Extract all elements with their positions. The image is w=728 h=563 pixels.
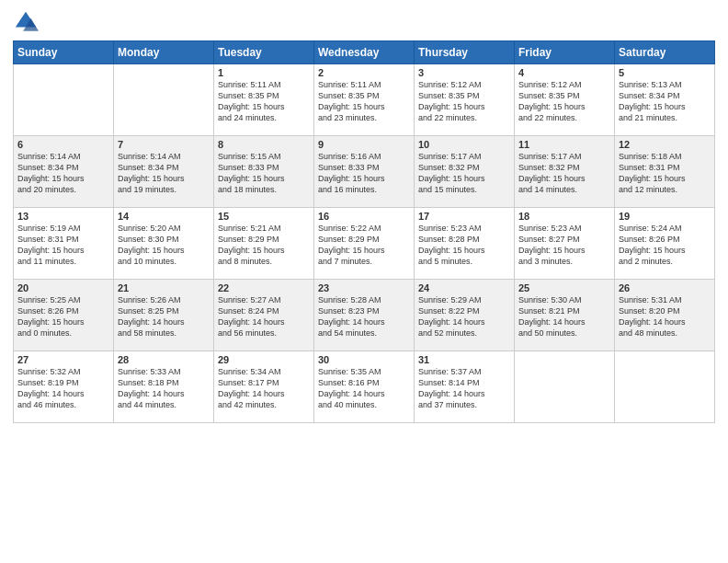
- day-number: 10: [418, 139, 510, 150]
- calendar-table: SundayMondayTuesdayWednesdayThursdayFrid…: [13, 40, 715, 423]
- day-detail: Sunrise: 5:23 AM Sunset: 8:28 PM Dayligh…: [418, 223, 510, 268]
- day-detail: Sunrise: 5:24 AM Sunset: 8:26 PM Dayligh…: [619, 223, 711, 268]
- week-row-2: 6Sunrise: 5:14 AM Sunset: 8:34 PM Daylig…: [14, 136, 715, 208]
- calendar-cell: [14, 64, 114, 136]
- day-number: 22: [218, 282, 310, 293]
- day-detail: Sunrise: 5:11 AM Sunset: 8:35 PM Dayligh…: [318, 79, 410, 124]
- day-detail: Sunrise: 5:14 AM Sunset: 8:34 PM Dayligh…: [118, 151, 210, 196]
- calendar-cell: 24Sunrise: 5:29 AM Sunset: 8:22 PM Dayli…: [415, 280, 515, 351]
- calendar-cell: 16Sunrise: 5:22 AM Sunset: 8:29 PM Dayli…: [314, 208, 415, 280]
- calendar-cell: 28Sunrise: 5:33 AM Sunset: 8:18 PM Dayli…: [114, 351, 214, 423]
- day-number: 29: [218, 354, 310, 365]
- day-number: 8: [218, 139, 310, 150]
- day-number: 17: [418, 211, 510, 222]
- day-number: 20: [17, 282, 109, 293]
- calendar-cell: 19Sunrise: 5:24 AM Sunset: 8:26 PM Dayli…: [615, 208, 715, 280]
- day-number: 11: [518, 139, 610, 150]
- calendar-cell: [114, 64, 214, 136]
- day-detail: Sunrise: 5:17 AM Sunset: 8:32 PM Dayligh…: [418, 151, 510, 196]
- day-detail: Sunrise: 5:31 AM Sunset: 8:20 PM Dayligh…: [619, 294, 711, 339]
- calendar-cell: 31Sunrise: 5:37 AM Sunset: 8:14 PM Dayli…: [415, 351, 515, 423]
- calendar-cell: 17Sunrise: 5:23 AM Sunset: 8:28 PM Dayli…: [415, 208, 515, 280]
- week-row-4: 20Sunrise: 5:25 AM Sunset: 8:26 PM Dayli…: [14, 280, 715, 351]
- day-number: 15: [218, 211, 310, 222]
- day-detail: Sunrise: 5:13 AM Sunset: 8:34 PM Dayligh…: [619, 79, 711, 124]
- calendar-cell: 3Sunrise: 5:12 AM Sunset: 8:35 PM Daylig…: [415, 64, 515, 136]
- logo-icon: [13, 9, 39, 35]
- day-number: 27: [17, 354, 109, 365]
- day-detail: Sunrise: 5:37 AM Sunset: 8:14 PM Dayligh…: [418, 366, 510, 411]
- calendar-cell: 7Sunrise: 5:14 AM Sunset: 8:34 PM Daylig…: [114, 136, 214, 208]
- day-detail: Sunrise: 5:25 AM Sunset: 8:26 PM Dayligh…: [17, 294, 109, 339]
- day-detail: Sunrise: 5:23 AM Sunset: 8:27 PM Dayligh…: [518, 223, 610, 268]
- calendar-cell: 26Sunrise: 5:31 AM Sunset: 8:20 PM Dayli…: [615, 280, 715, 351]
- header: [13, 9, 715, 35]
- calendar-cell: 20Sunrise: 5:25 AM Sunset: 8:26 PM Dayli…: [14, 280, 114, 351]
- calendar-cell: 4Sunrise: 5:12 AM Sunset: 8:35 PM Daylig…: [515, 64, 615, 136]
- calendar-cell: 29Sunrise: 5:34 AM Sunset: 8:17 PM Dayli…: [214, 351, 314, 423]
- day-detail: Sunrise: 5:21 AM Sunset: 8:29 PM Dayligh…: [218, 223, 310, 268]
- day-number: 7: [118, 139, 210, 150]
- calendar-cell: 14Sunrise: 5:20 AM Sunset: 8:30 PM Dayli…: [114, 208, 214, 280]
- day-detail: Sunrise: 5:26 AM Sunset: 8:25 PM Dayligh…: [118, 294, 210, 339]
- day-detail: Sunrise: 5:19 AM Sunset: 8:31 PM Dayligh…: [17, 223, 109, 268]
- week-row-5: 27Sunrise: 5:32 AM Sunset: 8:19 PM Dayli…: [14, 351, 715, 423]
- calendar-cell: 8Sunrise: 5:15 AM Sunset: 8:33 PM Daylig…: [214, 136, 314, 208]
- calendar-cell: 9Sunrise: 5:16 AM Sunset: 8:33 PM Daylig…: [314, 136, 415, 208]
- column-header-sunday: Sunday: [14, 41, 114, 64]
- day-detail: Sunrise: 5:16 AM Sunset: 8:33 PM Dayligh…: [318, 151, 410, 196]
- day-detail: Sunrise: 5:12 AM Sunset: 8:35 PM Dayligh…: [518, 79, 610, 124]
- day-number: 31: [418, 354, 510, 365]
- calendar-cell: 10Sunrise: 5:17 AM Sunset: 8:32 PM Dayli…: [415, 136, 515, 208]
- day-number: 18: [518, 211, 610, 222]
- day-detail: Sunrise: 5:28 AM Sunset: 8:23 PM Dayligh…: [318, 294, 410, 339]
- day-detail: Sunrise: 5:33 AM Sunset: 8:18 PM Dayligh…: [118, 366, 210, 411]
- calendar-cell: 25Sunrise: 5:30 AM Sunset: 8:21 PM Dayli…: [515, 280, 615, 351]
- day-detail: Sunrise: 5:29 AM Sunset: 8:22 PM Dayligh…: [418, 294, 510, 339]
- day-number: 19: [619, 211, 711, 222]
- calendar-cell: 12Sunrise: 5:18 AM Sunset: 8:31 PM Dayli…: [615, 136, 715, 208]
- day-number: 4: [518, 67, 610, 78]
- calendar-cell: 5Sunrise: 5:13 AM Sunset: 8:34 PM Daylig…: [615, 64, 715, 136]
- calendar-cell: 1Sunrise: 5:11 AM Sunset: 8:35 PM Daylig…: [214, 64, 314, 136]
- day-detail: Sunrise: 5:34 AM Sunset: 8:17 PM Dayligh…: [218, 366, 310, 411]
- calendar-cell: 6Sunrise: 5:14 AM Sunset: 8:34 PM Daylig…: [14, 136, 114, 208]
- day-detail: Sunrise: 5:20 AM Sunset: 8:30 PM Dayligh…: [118, 223, 210, 268]
- day-number: 3: [418, 67, 510, 78]
- logo: [13, 9, 42, 35]
- calendar-cell: 23Sunrise: 5:28 AM Sunset: 8:23 PM Dayli…: [314, 280, 415, 351]
- week-row-1: 1Sunrise: 5:11 AM Sunset: 8:35 PM Daylig…: [14, 64, 715, 136]
- day-number: 25: [518, 282, 610, 293]
- calendar-cell: 2Sunrise: 5:11 AM Sunset: 8:35 PM Daylig…: [314, 64, 415, 136]
- day-detail: Sunrise: 5:12 AM Sunset: 8:35 PM Dayligh…: [418, 79, 510, 124]
- day-number: 24: [418, 282, 510, 293]
- day-number: 2: [318, 67, 410, 78]
- day-number: 21: [118, 282, 210, 293]
- day-detail: Sunrise: 5:30 AM Sunset: 8:21 PM Dayligh…: [518, 294, 610, 339]
- day-number: 23: [318, 282, 410, 293]
- week-row-3: 13Sunrise: 5:19 AM Sunset: 8:31 PM Dayli…: [14, 208, 715, 280]
- day-detail: Sunrise: 5:17 AM Sunset: 8:32 PM Dayligh…: [518, 151, 610, 196]
- day-detail: Sunrise: 5:35 AM Sunset: 8:16 PM Dayligh…: [318, 366, 410, 411]
- column-header-tuesday: Tuesday: [214, 41, 314, 64]
- day-detail: Sunrise: 5:27 AM Sunset: 8:24 PM Dayligh…: [218, 294, 310, 339]
- calendar-cell: 18Sunrise: 5:23 AM Sunset: 8:27 PM Dayli…: [515, 208, 615, 280]
- column-header-wednesday: Wednesday: [314, 41, 415, 64]
- column-header-saturday: Saturday: [615, 41, 715, 64]
- day-number: 26: [619, 282, 711, 293]
- day-detail: Sunrise: 5:14 AM Sunset: 8:34 PM Dayligh…: [17, 151, 109, 196]
- day-detail: Sunrise: 5:32 AM Sunset: 8:19 PM Dayligh…: [17, 366, 109, 411]
- calendar-cell: 27Sunrise: 5:32 AM Sunset: 8:19 PM Dayli…: [14, 351, 114, 423]
- column-header-friday: Friday: [515, 41, 615, 64]
- calendar-cell: [615, 351, 715, 423]
- calendar-cell: 15Sunrise: 5:21 AM Sunset: 8:29 PM Dayli…: [214, 208, 314, 280]
- header-row: SundayMondayTuesdayWednesdayThursdayFrid…: [14, 41, 715, 64]
- day-detail: Sunrise: 5:18 AM Sunset: 8:31 PM Dayligh…: [619, 151, 711, 196]
- day-detail: Sunrise: 5:22 AM Sunset: 8:29 PM Dayligh…: [318, 223, 410, 268]
- calendar-cell: 21Sunrise: 5:26 AM Sunset: 8:25 PM Dayli…: [114, 280, 214, 351]
- calendar-page: SundayMondayTuesdayWednesdayThursdayFrid…: [0, 0, 728, 563]
- calendar-cell: 11Sunrise: 5:17 AM Sunset: 8:32 PM Dayli…: [515, 136, 615, 208]
- day-number: 16: [318, 211, 410, 222]
- column-header-thursday: Thursday: [415, 41, 515, 64]
- day-number: 13: [17, 211, 109, 222]
